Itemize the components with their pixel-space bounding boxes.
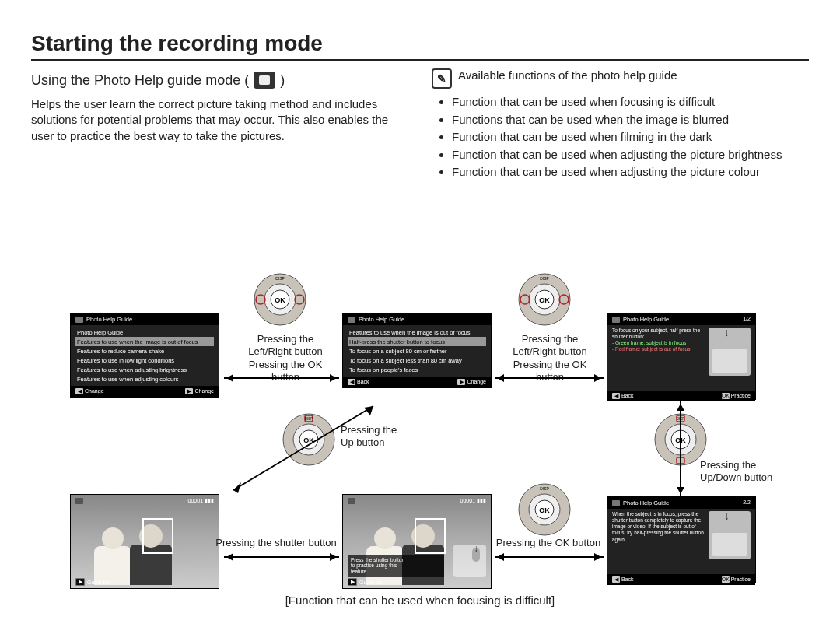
- lcd-screen-menu-1: Photo Help Guide Photo Help Guide Featur…: [70, 313, 219, 398]
- right-key-icon: ▶: [457, 379, 465, 385]
- svg-text:DISP: DISP: [275, 276, 285, 281]
- intro-text: Helps the user learn the correct picture…: [31, 96, 408, 144]
- left-key-icon: ◀: [612, 576, 620, 583]
- screen-header: Photo Help Guide: [623, 499, 669, 506]
- footer-label: Change: [85, 388, 104, 394]
- diagram-caption: [Function that can be used when focusing…: [31, 594, 809, 607]
- screen-header: Photo Help Guide: [86, 316, 132, 323]
- footer-label: Change: [194, 388, 214, 394]
- menu-item: Features to use when adjusting brightnes…: [75, 365, 214, 374]
- half-press-illustration: [709, 328, 751, 376]
- arrow-diagonal: [218, 397, 397, 506]
- lcd-screen-tip-2: Photo Help Guide2/2 When the subject is …: [607, 496, 756, 583]
- tip-line: - Green frame: subject is in focus: [612, 340, 704, 346]
- arrow-horizontal: [224, 556, 339, 558]
- overlay-text: Press the shutter button to practise usi…: [348, 555, 444, 577]
- svg-text:DISP: DISP: [540, 276, 549, 281]
- ok-dial-icon: OKDISP: [517, 482, 572, 537]
- page-indicator: 1/2: [743, 316, 751, 321]
- footer-label: Back: [621, 576, 634, 582]
- menu-item: To focus on people's faces: [348, 365, 486, 374]
- ok-dial-icon: OKDISP: [517, 272, 572, 327]
- left-key-icon: ◀: [612, 393, 620, 399]
- bullet-list: Function that can be used when focusing …: [439, 93, 809, 181]
- photo-help-mode-icon: [254, 72, 275, 89]
- left-key-icon: ◀: [348, 379, 355, 385]
- subheading: Using the Photo Help guide mode ( ): [31, 72, 408, 89]
- focus-frame: [142, 518, 173, 554]
- arrow-horizontal: [495, 377, 604, 379]
- status-counter: 00001 ▮▮▮: [460, 498, 486, 504]
- menu-item: Half-press the shutter button to focus: [348, 337, 486, 346]
- screen-subtitle: Photo Help Guide: [75, 328, 214, 337]
- left-key-icon: ◀: [75, 388, 83, 394]
- footer-label: Back: [621, 393, 634, 398]
- svg-text:OK: OK: [275, 296, 285, 304]
- ok-dial-icon: OKDISP: [253, 272, 307, 327]
- tip-line: To focus on your subject, half-press the…: [612, 328, 704, 340]
- arrow-vertical: [680, 401, 681, 496]
- right-key-icon: ▶: [348, 578, 357, 586]
- lcd-screen-tip-1: Photo Help Guide1/2 To focus on your sub…: [607, 313, 756, 400]
- menu-item: Features to use when the image is out of…: [75, 337, 214, 346]
- footer-label: Change: [467, 379, 486, 384]
- menu-item: To focus on a subject less than 80 cm aw…: [348, 356, 486, 365]
- svg-line-20: [233, 406, 373, 490]
- subheading-prefix: Using the Photo Help guide mode (: [31, 72, 249, 89]
- bullet-item: Function that can be used when adjusting…: [452, 163, 809, 181]
- lcd-screen-menu-2: Photo Help Guide Features to use when th…: [342, 313, 492, 388]
- full-press-illustration: [709, 511, 751, 559]
- camera-icon: [348, 498, 355, 504]
- footer-label: Practice: [731, 393, 751, 398]
- page-indicator: 2/2: [743, 499, 751, 505]
- camera-icon: [348, 317, 355, 323]
- screen-subtitle: Features to use when the image is out of…: [348, 328, 486, 337]
- caption-lr-ok-2: Pressing theLeft/Right buttonPressing th…: [499, 333, 600, 384]
- menu-item: Features to reduce camera shake: [75, 346, 214, 356]
- arrow-horizontal: [224, 377, 339, 379]
- note-heading: Available functions of the photo help gu…: [458, 68, 677, 82]
- footer-label: Guide list: [359, 580, 382, 585]
- bullet-item: Function that can be used when adjusting…: [452, 146, 809, 164]
- screen-header: Photo Help Guide: [623, 316, 669, 323]
- page-title: Starting the recording mode: [31, 31, 809, 61]
- ok-key-icon: OK: [722, 576, 730, 583]
- camera-icon: [75, 498, 83, 504]
- caption-lr-ok-1: Pressing theLeft/Right buttonPressing th…: [235, 333, 336, 384]
- menu-item: To focus on a subject 80 cm or farther: [348, 346, 486, 356]
- status-counter: 00001 ▮▮▮: [188, 498, 214, 504]
- bullet-item: Functions that can be used when the imag…: [452, 111, 809, 129]
- subheading-suffix: ): [280, 72, 285, 89]
- caption-shutter: Pressing the shutter button: [210, 537, 342, 549]
- caption-ok: Pressing the OK button: [490, 537, 607, 549]
- svg-marker-21: [233, 482, 241, 493]
- camera-icon: [75, 317, 83, 323]
- flow-diagram: Photo Help Guide Photo Help Guide Featur…: [31, 264, 809, 622]
- tip-text: When the subject is in focus, press the …: [612, 511, 704, 543]
- footer-label: Guide list: [87, 580, 110, 585]
- arrow-horizontal: [495, 556, 604, 558]
- footer-label: Practice: [731, 576, 751, 582]
- lcd-screen-photo-1: 00001 ▮▮▮ ▶Guide list: [70, 494, 219, 589]
- svg-text:DISP: DISP: [540, 486, 549, 491]
- camera-icon: [612, 317, 620, 323]
- lcd-screen-photo-2: 00001 ▮▮▮ Press the shutter button to pr…: [342, 494, 492, 589]
- right-key-icon: ▶: [75, 578, 85, 586]
- screen-header: Photo Help Guide: [359, 316, 404, 323]
- ok-key-icon: OK: [722, 393, 730, 399]
- footer-label: Back: [357, 379, 369, 384]
- bullet-item: Function that can be used when focusing …: [452, 93, 809, 111]
- caption-updown: Pressing theUp/Down button: [700, 459, 793, 485]
- menu-item: Features to use in low light conditions: [75, 356, 214, 365]
- hand-press-illustration: [453, 545, 486, 577]
- pencil-note-icon: ✎: [432, 68, 452, 89]
- camera-icon: [612, 500, 620, 506]
- svg-text:OK: OK: [539, 296, 550, 304]
- right-key-icon: ▶: [185, 388, 193, 394]
- bullet-item: Function that can be used when filming i…: [452, 128, 809, 146]
- menu-item: Features to use when adjusting colours: [75, 374, 214, 384]
- focus-frame: [415, 518, 446, 554]
- tip-line: - Red frame: subject is out of focus: [612, 346, 704, 352]
- svg-text:OK: OK: [539, 506, 550, 514]
